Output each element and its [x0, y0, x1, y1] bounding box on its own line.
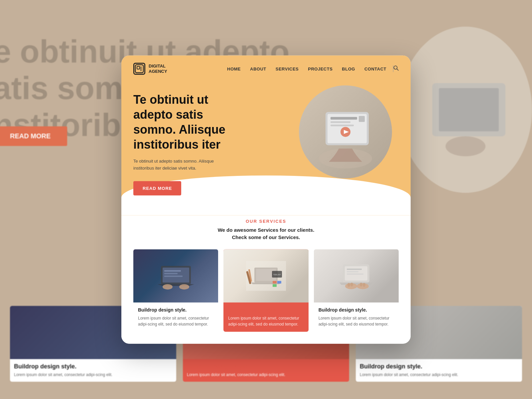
hero-content: Te obtinuit ut adepto satis somno. Aliis… — [121, 82, 411, 215]
svg-point-42 — [350, 282, 353, 286]
svg-rect-30 — [277, 281, 281, 283]
svg-rect-38 — [347, 273, 363, 274]
nav-home[interactable]: HOME — [227, 66, 241, 71]
services-title: We do awesome Services for our clients. … — [133, 226, 399, 241]
bg-blurred-button: READ MORE — [0, 126, 67, 146]
service-card-3: Buildrop design style. Lorem ipsum dolor… — [314, 249, 399, 332]
services-grid: Buildrop design style. Lorem ipsum dolor… — [133, 249, 399, 332]
service-card-2-body: Buildrop design style. Lorem ipsum dolor… — [223, 302, 308, 332]
nav-contact[interactable]: CONTACT — [364, 66, 386, 71]
nav-blog[interactable]: BLOG — [342, 66, 355, 71]
service-card-1-body: Buildrop design style. Lorem ipsum dolor… — [133, 302, 218, 332]
service-card-1-desc: Lorem ipsum dolor sit amet, consectetur … — [138, 315, 213, 327]
service-card-2-image: TOOL KIT — [223, 249, 308, 302]
bg-circle-image — [399, 27, 532, 193]
svg-rect-29 — [273, 281, 277, 283]
hero-text: Te obtinuit ut adepto satis somno. Aliis… — [133, 89, 299, 196]
nav-services[interactable]: SERVICES — [276, 66, 299, 71]
svg-point-22 — [163, 284, 173, 289]
service-card-1: Buildrop design style. Lorem ipsum dolor… — [133, 249, 218, 332]
nav-links: HOME ABOUT SERVICES PROJECTS BLOG CONTAC… — [227, 66, 386, 71]
read-more-button[interactable]: READ MORE — [133, 181, 181, 195]
hero-section: DIGITAL AGENCY HOME ABOUT SERVICES PROJE… — [121, 56, 411, 215]
svg-rect-35 — [345, 266, 367, 280]
svg-rect-13 — [331, 125, 354, 126]
service-card-3-desc: Lorem ipsum dolor sit amet, consectetur … — [319, 315, 394, 327]
service-card-2-desc: Lorem ipsum dolor sit amet, consectetur … — [228, 315, 304, 327]
services-section: OUR SERVICES We do awesome Services for … — [121, 215, 411, 343]
svg-rect-21 — [164, 275, 183, 277]
main-modal: DIGITAL AGENCY HOME ABOUT SERVICES PROJE… — [121, 56, 411, 344]
logo: DIGITAL AGENCY — [133, 63, 167, 75]
logo-text: DIGITAL AGENCY — [149, 64, 167, 74]
svg-point-41 — [347, 283, 350, 287]
service-card-3-body: Buildrop design style. Lorem ipsum dolor… — [314, 302, 399, 332]
svg-rect-4 — [137, 66, 140, 69]
svg-rect-31 — [273, 284, 277, 287]
svg-rect-20 — [164, 273, 178, 274]
service-card-1-image — [133, 249, 218, 302]
navbar: DIGITAL AGENCY HOME ABOUT SERVICES PROJE… — [121, 56, 411, 82]
svg-point-2 — [446, 136, 485, 156]
svg-rect-19 — [164, 270, 181, 271]
svg-rect-12 — [331, 121, 350, 123]
hero-description: Te obtinuit ut adepto satis somno. Aliis… — [133, 158, 233, 172]
svg-point-44 — [363, 283, 365, 287]
services-header: OUR SERVICES We do awesome Services for … — [133, 218, 399, 241]
services-label: OUR SERVICES — [133, 218, 399, 223]
svg-point-43 — [360, 282, 362, 286]
logo-icon — [133, 63, 145, 75]
nav-projects[interactable]: PROJECTS — [308, 66, 332, 71]
svg-rect-18 — [163, 267, 189, 282]
service-card-2-title: Buildrop design style. — [228, 307, 304, 312]
svg-rect-1 — [439, 88, 499, 131]
hero-circle-image — [299, 85, 392, 179]
service-card-3-title: Buildrop design style. — [319, 307, 394, 312]
svg-point-40 — [357, 283, 369, 289]
svg-rect-14 — [359, 116, 365, 122]
nav-about[interactable]: ABOUT — [250, 66, 266, 71]
hero-image-placeholder — [299, 85, 392, 179]
service-card-1-title: Buildrop design style. — [138, 307, 213, 312]
svg-text:TOOL KIT: TOOL KIT — [273, 273, 281, 275]
svg-rect-36 — [347, 268, 362, 270]
svg-rect-37 — [347, 271, 358, 272]
service-card-3-image — [314, 249, 399, 302]
svg-point-23 — [179, 284, 189, 289]
service-card-2: TOOL KIT Buildrop design style. Lorem ip… — [223, 249, 308, 332]
hero-title: Te obtinuit ut adepto satis somno. Aliis… — [133, 92, 246, 152]
svg-rect-11 — [331, 117, 357, 120]
svg-line-7 — [397, 69, 399, 70]
search-icon[interactable] — [393, 66, 399, 72]
